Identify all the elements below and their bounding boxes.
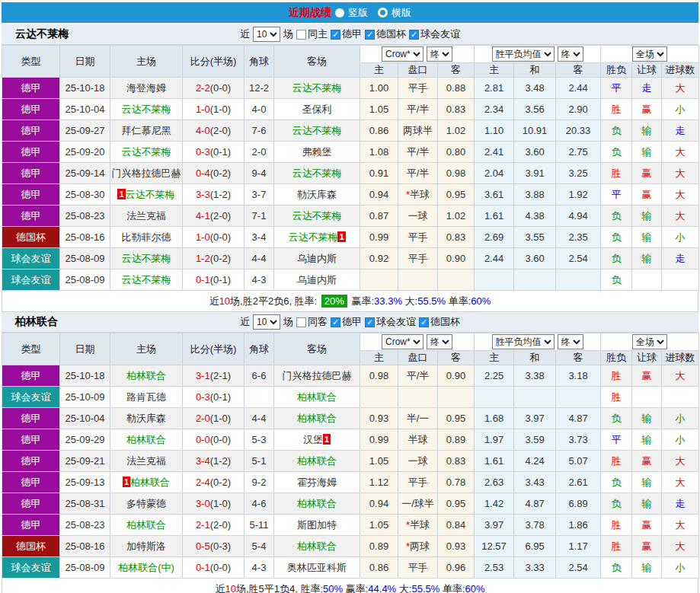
avg-away-odds: 1.92 <box>556 184 601 206</box>
handicap-result-cell: 输 <box>632 206 662 227</box>
league-filter-checkbox[interactable] <box>419 317 429 327</box>
same-venue-checkbox[interactable] <box>296 30 306 40</box>
fulltime-select[interactable]: 全场 <box>632 46 667 62</box>
league-filter-label: 德甲 <box>342 27 362 41</box>
radio-vertical[interactable] <box>335 8 344 18</box>
half-score: (1-0) <box>210 104 231 115</box>
avg-odds-select[interactable]: 胜平负均值 <box>492 334 555 349</box>
avg-away-odds: 4.87 <box>556 408 601 429</box>
odds-away: 1.02 <box>438 206 475 227</box>
match-date: 25-10-18 <box>60 365 110 387</box>
avg-home-odds: 2.44 <box>475 248 514 269</box>
league-filter-checkbox[interactable] <box>365 317 375 327</box>
table-row: 德甲 25-09-14 门兴格拉德巴赫 0-4(0-2) 9-4 云达不莱梅 0… <box>2 163 699 184</box>
odds-away: 0.90 <box>438 248 475 269</box>
odds-final-select[interactable]: 终 <box>427 46 452 62</box>
handicap-result-cell: 赢 <box>632 99 662 120</box>
league-filter-label: 德国杯 <box>376 27 406 41</box>
match-type-badge: 德甲 <box>2 493 60 515</box>
odds-away: 1.02 <box>438 120 475 142</box>
half-score: (1-2) <box>210 189 231 200</box>
table-row: 德甲 25-08-31 多特蒙德 3-0(1-0) 4-6 柏林联合 0.94 … <box>2 493 699 515</box>
team-name: 云达不莱梅 <box>15 27 69 41</box>
corner-score: 6-6 <box>245 365 274 387</box>
avg-home-odds: 2.63 <box>475 472 514 493</box>
league-filter-checkbox[interactable] <box>331 317 340 327</box>
handicap-result-cell: 输 <box>632 142 662 163</box>
match-date: 25-09-27 <box>60 120 110 142</box>
odds-company-select[interactable]: Crow* <box>382 334 424 349</box>
avg-select-cell: 胜平负均值终 <box>475 333 601 351</box>
goals-result-cell <box>662 269 699 291</box>
half-score: (0-0) <box>210 82 231 94</box>
radio-horizontal[interactable] <box>378 8 388 18</box>
subheader-avg-draw: 和 <box>514 63 556 78</box>
home-team: 加特斯洛 <box>110 536 183 557</box>
away-team: 柏林联合 <box>274 493 360 515</box>
subheader-goals: 进球数 <box>662 63 699 78</box>
league-filter-checkbox[interactable] <box>409 30 419 40</box>
goals-result-cell: 小 <box>662 227 699 248</box>
league-filter-checkbox[interactable] <box>365 30 375 40</box>
half-score: (0-1) <box>210 391 231 403</box>
handicap: *半球 <box>398 184 438 206</box>
score-cell: 0-0(0-0) <box>183 429 245 451</box>
handicap-result-cell <box>632 269 662 291</box>
full-score: 0-0 <box>196 434 210 445</box>
handicap: *半球 <box>398 515 438 536</box>
half-score: (1-2) <box>210 455 231 467</box>
result-cell: 胜 <box>601 515 632 536</box>
goals-result-cell: 大 <box>662 78 699 99</box>
corner-score: 4-4 <box>245 408 274 429</box>
score-cell: 2-0(1-0) <box>183 408 245 429</box>
avg-away-odds: 2.61 <box>556 472 601 493</box>
avg-final-select[interactable]: 终 <box>558 46 583 62</box>
fulltime-select[interactable]: 全场 <box>632 334 667 349</box>
result-cell: 负 <box>601 472 632 493</box>
summary-segment: 50% <box>323 583 343 593</box>
avg-final-select[interactable]: 终 <box>558 334 583 349</box>
corner-score: 4-3 <box>245 269 274 291</box>
full-score: 0-1 <box>196 562 210 573</box>
handicap <box>398 269 438 291</box>
table-row: 德甲 25-08-23 柏林联合 2-1(2-0) 5-11 斯图加特 1.05… <box>2 515 699 536</box>
home-team: 柏林联合(中) <box>110 557 183 579</box>
corner-score: 5-3 <box>245 429 274 451</box>
match-date: 25-08-09 <box>60 248 110 269</box>
odds-final-select[interactable]: 终 <box>427 334 452 349</box>
home-team: 柏林联合 <box>110 429 183 451</box>
summary-segment: 场,胜5平1负4, 胜率: <box>236 582 323 593</box>
avg-away-odds <box>556 269 601 291</box>
league-filter-checkbox[interactable] <box>331 30 340 40</box>
score-cell: 3-1(2-1) <box>183 365 245 387</box>
handicap-result-cell: 输 <box>632 408 662 429</box>
match-count-select[interactable]: 10 <box>253 27 280 42</box>
header-away: 客场 <box>274 333 360 365</box>
subheader-avg-home: 主 <box>475 63 514 78</box>
corner-score: 7-1 <box>245 206 274 227</box>
summary-segment: 44.4% <box>368 583 396 593</box>
same-venue-checkbox[interactable] <box>296 317 306 327</box>
match-count-select[interactable]: 10 <box>253 314 280 330</box>
odds-away: 0.83 <box>438 227 475 248</box>
match-type-badge: 球会友谊 <box>2 248 60 269</box>
odds-home: 0.87 <box>360 206 398 227</box>
full-score: 4-0 <box>196 125 210 136</box>
score-cell: 2-1(2-0) <box>183 515 245 536</box>
match-date: 25-08-16 <box>60 227 110 248</box>
fulltime-select-cell: 全场 <box>601 333 699 351</box>
score-cell: 0-5(0-3) <box>183 536 245 557</box>
section-head-bremen: 云达不莱梅 近 10 场 同主 德甲德国杯球会友谊 <box>2 24 698 45</box>
odds-away: 0.95 <box>438 408 475 429</box>
same-venue-label: 同主 <box>308 27 328 41</box>
table-row: 德甲 25-10-04 勒沃库森 2-0(1-0) 4-4 柏林联合 0.93 … <box>2 408 699 429</box>
odds-company-select[interactable]: Crow* <box>382 46 424 62</box>
score-cell: 4-1(2-0) <box>183 206 245 227</box>
header-corner: 角球 <box>245 46 274 78</box>
summary-segment: 10 <box>225 583 235 593</box>
corner-score: 4-3 <box>245 557 274 579</box>
match-date: 25-08-23 <box>60 206 110 227</box>
match-type-badge: 德甲 <box>2 78 60 99</box>
avg-odds-select[interactable]: 胜平负均值 <box>492 46 555 62</box>
avg-home-odds: 1.97 <box>475 429 514 451</box>
